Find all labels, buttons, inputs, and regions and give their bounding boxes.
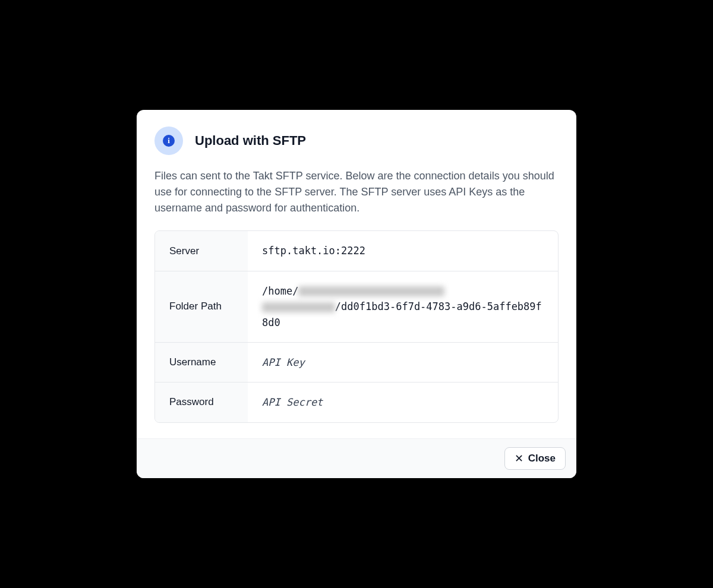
folder-path-label: Folder Path [155, 271, 248, 342]
username-label: Username [155, 343, 248, 382]
info-icon: i [154, 127, 183, 155]
folder-path-redacted-2: xxxxxxxxxxxx [262, 302, 335, 312]
close-button-label: Close [528, 453, 556, 464]
table-row-password: Password API Secret [155, 382, 558, 422]
dialog-description: Files can sent to the Takt SFTP service.… [154, 168, 559, 216]
connection-details-table: Server sftp.takt.io:2222 Folder Path /ho… [154, 230, 559, 422]
password-label: Password [155, 382, 248, 422]
sftp-upload-dialog: i Upload with SFTP Files can sent to the… [137, 110, 576, 478]
folder-path-prefix: /home/ [262, 285, 298, 297]
password-value: API Secret [248, 382, 558, 422]
dialog-footer: ✕ Close [137, 438, 576, 478]
server-value: sftp.takt.io:2222 [248, 231, 558, 270]
server-label: Server [155, 231, 248, 270]
folder-path-redacted-1: xxxxxxxx-xxxx-xxxx-xxxx- [298, 286, 444, 296]
folder-path-value: /home/xxxxxxxx-xxxx-xxxx-xxxx-xxxxxxxxxx… [248, 271, 558, 342]
dialog-title: Upload with SFTP [195, 133, 306, 148]
close-button[interactable]: ✕ Close [504, 447, 566, 470]
username-value: API Key [248, 343, 558, 382]
dialog-header: i Upload with SFTP [154, 127, 559, 155]
table-row-server: Server sftp.takt.io:2222 [155, 231, 558, 270]
info-icon-glyph: i [163, 135, 175, 147]
table-row-username: Username API Key [155, 342, 558, 382]
close-icon: ✕ [515, 453, 523, 464]
dialog-body: i Upload with SFTP Files can sent to the… [137, 110, 576, 438]
table-row-folder-path: Folder Path /home/xxxxxxxx-xxxx-xxxx-xxx… [155, 271, 558, 342]
